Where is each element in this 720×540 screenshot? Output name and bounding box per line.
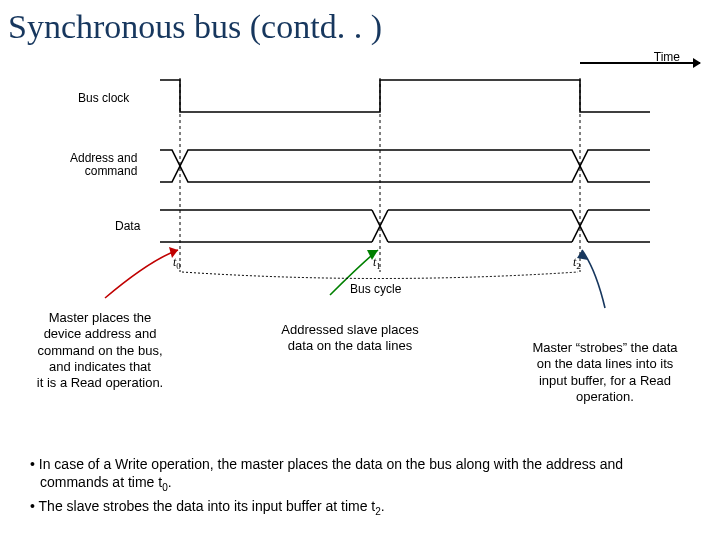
callout-master-places: Master places the device address and com… [20,310,180,391]
bullet-2: • The slave strobes the data into its in… [30,497,690,518]
bullet-list: • In case of a Write operation, the mast… [30,455,690,520]
tick-t1: t1 [373,255,381,271]
waveforms [10,50,710,310]
bus-cycle-label: Bus cycle [350,282,401,296]
tick-t2: t2 [573,255,581,271]
callout-slave-places: Addressed slave places data on the data … [260,322,440,355]
page-title: Synchronous bus (contd. . ) [0,0,720,50]
tick-t0: t0 [173,255,181,271]
bullet-1: • In case of a Write operation, the mast… [30,455,690,495]
timing-diagram: Time Bus clock Address and command Data [10,50,710,310]
callout-master-strobes: Master “strobes” the data on the data li… [505,340,705,405]
